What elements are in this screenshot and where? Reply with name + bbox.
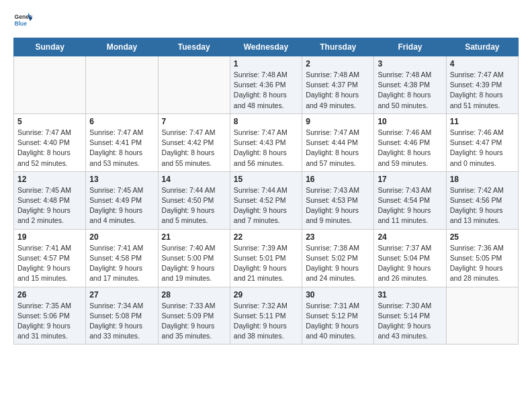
day-cell: 19Sunrise: 7:41 AM Sunset: 4:57 PM Dayli… [14, 229, 86, 287]
day-cell: 14Sunrise: 7:44 AM Sunset: 4:50 PM Dayli… [158, 171, 230, 229]
day-info: Sunrise: 7:38 AM Sunset: 5:02 PM Dayligh… [306, 243, 370, 284]
day-cell: 3Sunrise: 7:48 AM Sunset: 4:38 PM Daylig… [374, 56, 446, 114]
day-cell [446, 287, 518, 345]
day-info: Sunrise: 7:40 AM Sunset: 5:00 PM Dayligh… [162, 243, 226, 284]
day-info: Sunrise: 7:34 AM Sunset: 5:08 PM Dayligh… [89, 301, 154, 342]
svg-text:Blue: Blue [15, 20, 28, 27]
day-info: Sunrise: 7:47 AM Sunset: 4:44 PM Dayligh… [306, 128, 370, 169]
day-info: Sunrise: 7:41 AM Sunset: 4:58 PM Dayligh… [89, 243, 154, 284]
day-cell: 8Sunrise: 7:47 AM Sunset: 4:43 PM Daylig… [230, 113, 302, 171]
weekday-header-thursday: Thursday [302, 38, 374, 56]
week-row-3: 12Sunrise: 7:45 AM Sunset: 4:48 PM Dayli… [14, 171, 519, 229]
day-number: 26 [17, 290, 82, 300]
day-cell: 17Sunrise: 7:43 AM Sunset: 4:54 PM Dayli… [374, 171, 446, 229]
day-info: Sunrise: 7:45 AM Sunset: 4:49 PM Dayligh… [89, 185, 154, 226]
day-cell: 1Sunrise: 7:48 AM Sunset: 4:36 PM Daylig… [230, 56, 302, 114]
day-info: Sunrise: 7:31 AM Sunset: 5:12 PM Dayligh… [306, 301, 370, 342]
day-number: 21 [162, 232, 226, 242]
day-number: 30 [306, 290, 370, 300]
day-cell: 4Sunrise: 7:47 AM Sunset: 4:39 PM Daylig… [446, 56, 518, 114]
day-cell: 18Sunrise: 7:42 AM Sunset: 4:56 PM Dayli… [446, 171, 518, 229]
weekday-header-row: SundayMondayTuesdayWednesdayThursdayFrid… [14, 38, 519, 56]
day-cell: 6Sunrise: 7:47 AM Sunset: 4:41 PM Daylig… [86, 113, 158, 171]
week-row-1: 1Sunrise: 7:48 AM Sunset: 4:36 PM Daylig… [14, 56, 519, 114]
weekday-header-friday: Friday [374, 38, 446, 56]
week-row-2: 5Sunrise: 7:47 AM Sunset: 4:40 PM Daylig… [14, 113, 519, 171]
day-number: 17 [378, 175, 442, 184]
day-info: Sunrise: 7:33 AM Sunset: 5:09 PM Dayligh… [162, 301, 226, 342]
day-number: 31 [378, 290, 442, 300]
day-number: 1 [234, 59, 298, 68]
day-cell: 5Sunrise: 7:47 AM Sunset: 4:40 PM Daylig… [14, 113, 86, 171]
day-number: 28 [162, 290, 226, 300]
day-number: 5 [17, 117, 82, 126]
calendar-table: SundayMondayTuesdayWednesdayThursdayFrid… [13, 38, 519, 345]
day-cell: 10Sunrise: 7:46 AM Sunset: 4:46 PM Dayli… [374, 113, 446, 171]
header: General Blue [13, 11, 519, 30]
day-cell: 29Sunrise: 7:32 AM Sunset: 5:11 PM Dayli… [230, 287, 302, 345]
day-info: Sunrise: 7:37 AM Sunset: 5:04 PM Dayligh… [378, 243, 442, 284]
day-number: 9 [306, 117, 370, 126]
day-cell: 25Sunrise: 7:36 AM Sunset: 5:05 PM Dayli… [446, 229, 518, 287]
day-cell: 15Sunrise: 7:44 AM Sunset: 4:52 PM Dayli… [230, 171, 302, 229]
day-number: 12 [17, 175, 82, 184]
day-number: 4 [450, 59, 515, 68]
day-info: Sunrise: 7:48 AM Sunset: 4:37 PM Dayligh… [306, 70, 370, 111]
day-number: 10 [378, 117, 442, 126]
day-number: 25 [450, 232, 515, 242]
day-info: Sunrise: 7:46 AM Sunset: 4:47 PM Dayligh… [450, 128, 515, 169]
day-number: 11 [450, 117, 515, 126]
day-info: Sunrise: 7:48 AM Sunset: 4:38 PM Dayligh… [378, 70, 442, 111]
weekday-header-saturday: Saturday [446, 38, 518, 56]
weekday-header-monday: Monday [86, 38, 158, 56]
day-info: Sunrise: 7:39 AM Sunset: 5:01 PM Dayligh… [234, 243, 298, 284]
weekday-header-wednesday: Wednesday [230, 38, 302, 56]
day-number: 23 [306, 232, 370, 242]
day-info: Sunrise: 7:30 AM Sunset: 5:14 PM Dayligh… [378, 301, 442, 342]
day-number: 22 [234, 232, 298, 242]
day-info: Sunrise: 7:47 AM Sunset: 4:40 PM Dayligh… [17, 128, 82, 169]
day-cell: 31Sunrise: 7:30 AM Sunset: 5:14 PM Dayli… [374, 287, 446, 345]
day-number: 16 [306, 175, 370, 184]
week-row-4: 19Sunrise: 7:41 AM Sunset: 4:57 PM Dayli… [14, 229, 519, 287]
day-info: Sunrise: 7:35 AM Sunset: 5:06 PM Dayligh… [17, 301, 82, 342]
day-info: Sunrise: 7:47 AM Sunset: 4:43 PM Dayligh… [234, 128, 298, 169]
day-number: 14 [162, 175, 226, 184]
day-number: 29 [234, 290, 298, 300]
day-cell: 12Sunrise: 7:45 AM Sunset: 4:48 PM Dayli… [14, 171, 86, 229]
logo: General Blue [13, 11, 35, 30]
weekday-header-sunday: Sunday [14, 38, 86, 56]
day-number: 2 [306, 59, 370, 68]
day-number: 19 [17, 232, 82, 242]
day-info: Sunrise: 7:44 AM Sunset: 4:52 PM Dayligh… [234, 185, 298, 226]
day-cell: 21Sunrise: 7:40 AM Sunset: 5:00 PM Dayli… [158, 229, 230, 287]
day-number: 15 [234, 175, 298, 184]
day-info: Sunrise: 7:43 AM Sunset: 4:53 PM Dayligh… [306, 185, 370, 226]
day-cell: 7Sunrise: 7:47 AM Sunset: 4:42 PM Daylig… [158, 113, 230, 171]
logo-icon: General Blue [13, 11, 32, 30]
weekday-header-tuesday: Tuesday [158, 38, 230, 56]
day-cell: 16Sunrise: 7:43 AM Sunset: 4:53 PM Dayli… [302, 171, 374, 229]
day-info: Sunrise: 7:47 AM Sunset: 4:42 PM Dayligh… [162, 128, 226, 169]
day-cell: 2Sunrise: 7:48 AM Sunset: 4:37 PM Daylig… [302, 56, 374, 114]
day-info: Sunrise: 7:42 AM Sunset: 4:56 PM Dayligh… [450, 185, 515, 226]
day-info: Sunrise: 7:44 AM Sunset: 4:50 PM Dayligh… [162, 185, 226, 226]
day-cell: 26Sunrise: 7:35 AM Sunset: 5:06 PM Dayli… [14, 287, 86, 345]
day-number: 7 [162, 117, 226, 126]
day-cell: 9Sunrise: 7:47 AM Sunset: 4:44 PM Daylig… [302, 113, 374, 171]
day-number: 3 [378, 59, 442, 68]
day-info: Sunrise: 7:43 AM Sunset: 4:54 PM Dayligh… [378, 185, 442, 226]
day-cell: 13Sunrise: 7:45 AM Sunset: 4:49 PM Dayli… [86, 171, 158, 229]
day-cell: 30Sunrise: 7:31 AM Sunset: 5:12 PM Dayli… [302, 287, 374, 345]
day-number: 20 [89, 232, 154, 242]
day-number: 27 [89, 290, 154, 300]
day-number: 13 [89, 175, 154, 184]
week-row-5: 26Sunrise: 7:35 AM Sunset: 5:06 PM Dayli… [14, 287, 519, 345]
day-cell: 23Sunrise: 7:38 AM Sunset: 5:02 PM Dayli… [302, 229, 374, 287]
day-number: 18 [450, 175, 515, 184]
day-number: 24 [378, 232, 442, 242]
day-info: Sunrise: 7:48 AM Sunset: 4:36 PM Dayligh… [234, 70, 298, 111]
day-info: Sunrise: 7:45 AM Sunset: 4:48 PM Dayligh… [17, 185, 82, 226]
day-cell [158, 56, 230, 114]
day-cell [14, 56, 86, 114]
